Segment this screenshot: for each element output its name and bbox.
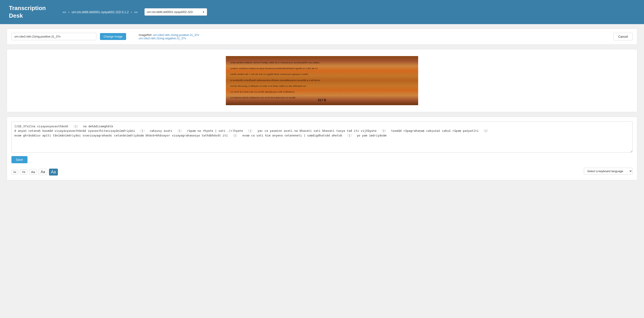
font-size-sm[interactable]: Aa (20, 169, 27, 175)
image-ref-info: ImageRef: urn:cite2:nbh:J1img.positive:J… (139, 33, 199, 40)
image-ref-label: ImageRef: (139, 33, 152, 37)
nav-next-next[interactable]: »» (134, 10, 138, 14)
image-ref-row: Change Image ImageRef: urn:cite2:nbh:J1i… (12, 33, 199, 40)
editor-actions: Save (12, 156, 632, 167)
image-ref-link2[interactable]: urn:cite2:nbh:J1img.negative:J1_37v (139, 37, 186, 40)
manuscript-image: सामर्थ्याद् इतिशिर्षतात्पर्याद्विषयाणां … (226, 56, 418, 105)
keyboard-language-select[interactable]: Select a keyboard language (584, 168, 632, 175)
save-button[interactable]: Save (12, 156, 28, 163)
manuscript-line: भावं जानन्ति किं वान्यश्चेतनस्तेषां भावं… (230, 91, 414, 93)
image-ref-card: Change Image ImageRef: urn:cite2:nbh:J1i… (7, 29, 637, 45)
manuscript-line: एवं घ्राणादिष्वपीति तानीमानीन्द्रियाणि स… (230, 79, 414, 82)
app-title: Transcription Desk (9, 4, 54, 20)
bottom-row: Aa Aa Aa Aa Aa Select a keyboard languag… (12, 167, 632, 175)
image-ref-link1[interactable]: urn:cite2:nbh:J1img.positive:J1_37v (153, 33, 199, 37)
manuscript-text-overlay: सामर्थ्याद् इतिशिर्षतात्पर्याद्विषयाणां … (226, 56, 418, 105)
nav-prev[interactable]: ‹ (68, 10, 70, 14)
font-size-lg[interactable]: Aa (39, 169, 47, 175)
manuscript-line: पश्यतीति यच्चयस्मिन्नसति न भवति सति भवति… (230, 73, 414, 76)
nav-next[interactable]: › (131, 10, 132, 14)
transcription-textarea[interactable]: [J1D_37v2]na viṣayavyavasthānāt 〈|〉 na d… (12, 121, 632, 153)
urn-select-wrapper: urn:cts:sktlit:skt0001.nyaya002.J1D: (144, 8, 207, 16)
font-size-md[interactable]: Aa (29, 169, 37, 175)
nav-prev-prev[interactable]: «« (62, 10, 66, 14)
font-size-row: Aa Aa Aa Aa Aa (12, 168, 58, 175)
manuscript-image-card: सामर्थ्याद् इतिशिर्षतात्पर्याद्विषयाणां … (7, 49, 637, 112)
manuscript-page-number: 317 B (318, 98, 326, 102)
image-ref-row-outer: Change Image ImageRef: urn:cite2:nbh:J1i… (12, 33, 632, 40)
current-urn: urn:cts:sktlit:skt0001.nyaya002.J1D:3.1.… (72, 10, 128, 14)
font-size-xs[interactable]: Aa (12, 170, 18, 174)
manuscript-line: दान्यश्चेतनः काश्मादित्यस्य प्रतिज्ञातत्… (230, 68, 414, 70)
manuscript-image-container: सामर्थ्याद् इतिशिर्षतात्पर्याद्विषयाणां … (226, 56, 418, 105)
change-image-button[interactable]: Change Image (100, 33, 126, 40)
main-content: Change Image ImageRef: urn:cite2:nbh:J1i… (0, 24, 644, 189)
cancel-button[interactable]: Cancel (613, 33, 632, 40)
urn-select[interactable]: urn:cts:sktlit:skt0001.nyaya002.J1D: (144, 8, 207, 16)
image-input[interactable] (12, 33, 96, 40)
font-size-xl[interactable]: Aa (49, 168, 58, 175)
header: Transcription Desk «« ‹ urn:cts:sktlit:s… (0, 0, 644, 24)
navigation-bar: «« ‹ urn:cts:sktlit:skt0001.nyaya002.J1D… (62, 8, 207, 16)
manuscript-line: चेतनेनेति संदिग्धत्वादहेतुः यो यमिन्द्रि… (230, 85, 414, 88)
manuscript-line: सामर्थ्याद् इतिशिर्षतात्पर्याद्विषयाणां … (230, 62, 414, 64)
editor-card: [J1D_37v2]na viṣayavyavasthānāt 〈|〉 na d… (7, 117, 637, 180)
